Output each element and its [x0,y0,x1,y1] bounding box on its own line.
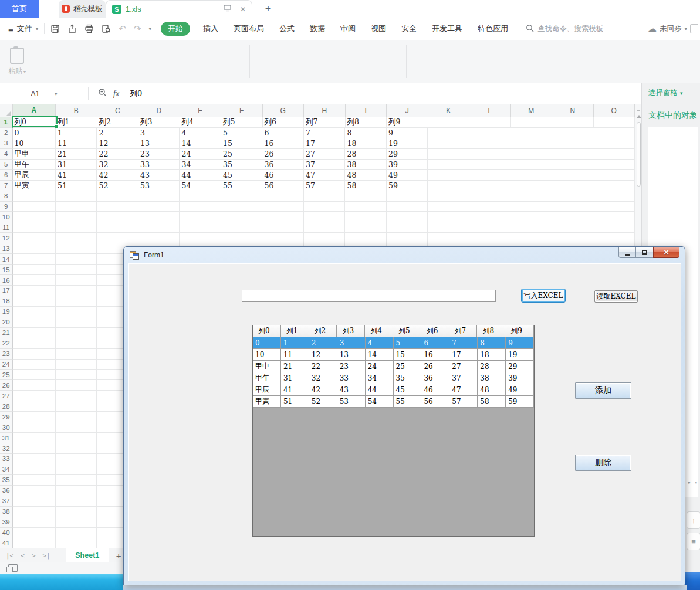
sheet-cell[interactable] [387,233,428,243]
sheet-cell[interactable]: 15 [221,138,263,149]
sheet-cell[interactable] [13,370,56,381]
excel-textbox[interactable] [242,290,496,302]
sheet-cell[interactable]: 4 [180,128,221,138]
sheet-cell[interactable]: 2 [97,128,138,138]
row-header[interactable]: 35 [0,475,13,486]
sheet-cell[interactable] [13,401,56,412]
grid-cell[interactable]: 45 [394,384,422,396]
sheet-cell[interactable] [387,191,428,202]
grid-cell[interactable]: 58 [478,396,506,408]
grid-cell[interactable]: 25 [394,361,422,372]
sheet-cell[interactable]: 列6 [263,117,305,128]
sheet-cell[interactable] [13,286,56,296]
sheet-cell[interactable]: 47 [304,170,346,181]
sheet-cell[interactable] [56,391,97,401]
row-header[interactable]: 39 [0,517,13,528]
grid-cell[interactable]: 27 [449,361,478,372]
sheet-cell[interactable] [552,160,594,170]
sheet-cell[interactable] [469,233,511,243]
sheet-cell[interactable]: 列5 [221,117,263,128]
sheet-cell[interactable] [13,328,56,338]
sheet-cell[interactable] [56,496,97,507]
ribbon-tab-page-layout[interactable]: 页面布局 [234,23,264,34]
sheet-cell[interactable] [510,149,552,160]
sheet-cell[interactable]: 21 [56,149,97,160]
sheet-cell[interactable] [56,286,97,296]
new-document-button[interactable]: + [261,0,276,18]
print-preview-icon[interactable] [102,24,111,33]
next-sheet-button[interactable]: > [32,552,36,560]
sheet-cell[interactable] [13,222,56,233]
ribbon-tab-data[interactable]: 数据 [310,23,325,34]
pin-window-icon[interactable] [224,5,231,13]
row-header[interactable]: 28 [0,401,13,412]
column-header[interactable]: O [594,104,635,117]
sync-status[interactable]: 未同步 [660,24,682,34]
sheet-cell[interactable] [593,222,635,233]
grid-column-header[interactable]: 列7 [449,325,478,337]
sheet-cell[interactable] [594,117,635,128]
sheet-cell[interactable] [56,370,97,381]
add-row-button[interactable]: 添加 [575,382,631,399]
prev-sheet-button[interactable]: < [21,552,25,560]
row-header[interactable]: 12 [0,233,13,243]
sheet-cell[interactable]: 36 [262,160,304,170]
sheet-cell[interactable] [56,443,97,454]
sheet-cell[interactable] [428,222,469,233]
sheet-cell[interactable] [593,202,635,212]
sheet-cell[interactable]: 列3 [138,117,180,128]
row-header[interactable]: 3 [0,138,13,149]
column-header[interactable]: K [428,104,470,117]
sheet-cell[interactable] [262,222,304,233]
sheet-cell[interactable] [510,181,552,191]
sheet-cell[interactable]: 29 [387,149,428,160]
grid-cell[interactable]: 1 [281,337,309,349]
grid-cell[interactable]: 47 [449,384,478,396]
sheet-cell[interactable] [387,202,428,212]
sheet-cell[interactable] [56,349,97,360]
sheet-cell[interactable] [552,128,594,138]
sheet-cell[interactable] [469,160,511,170]
sheet-cell[interactable]: 8 [345,128,387,138]
grid-cell[interactable]: 甲寅 [253,396,281,408]
sheet-cell[interactable] [221,222,263,233]
taskbar-left[interactable] [0,574,124,590]
column-header[interactable]: E [180,104,222,117]
row-header[interactable]: 31 [0,433,13,443]
sheet-cell[interactable] [97,191,138,202]
sheet-cell[interactable] [13,296,56,307]
grid-cell[interactable]: 48 [478,384,506,396]
sheet-cell[interactable] [304,191,346,202]
sheet-cell[interactable] [138,233,180,243]
tab-document-1xls[interactable]: S 1.xls ✕ [106,0,252,18]
grid-cell[interactable]: 52 [309,396,337,408]
sheet-cell[interactable] [510,222,552,233]
row-header[interactable]: 41 [0,538,13,548]
sheet-cell[interactable] [13,338,56,349]
sheet-cell[interactable] [13,422,56,433]
sheet-cell[interactable] [56,222,97,233]
sheet-cell[interactable]: 52 [97,181,138,191]
sheet-cell[interactable]: 38 [345,160,387,170]
sheet-cell[interactable] [469,170,511,181]
sheet-cell[interactable] [56,464,97,475]
column-header[interactable]: J [387,104,428,117]
sheet-cell[interactable] [262,202,304,212]
row-header[interactable]: 1 [0,117,13,128]
sheet-cell[interactable] [56,528,97,538]
grid-cell[interactable]: 32 [309,372,337,384]
sheet-cell[interactable] [510,202,552,212]
save-icon[interactable] [50,24,60,33]
sheet-cell[interactable] [13,380,56,391]
read-excel-button[interactable]: 读取EXCEL [594,290,638,303]
grid-row[interactable]: 甲申212223242526272829 [253,361,534,372]
grid-column-header[interactable]: 列2 [309,325,337,337]
sheet-cell[interactable] [13,391,56,401]
sheet-cell[interactable] [180,222,221,233]
row-header[interactable]: 33 [0,454,13,464]
sheet-cell[interactable] [13,265,56,275]
sheet-cell[interactable] [469,212,511,222]
sheet-cell[interactable]: 35 [221,160,263,170]
column-header[interactable]: B [56,104,97,117]
sheet-cell[interactable] [56,317,97,328]
